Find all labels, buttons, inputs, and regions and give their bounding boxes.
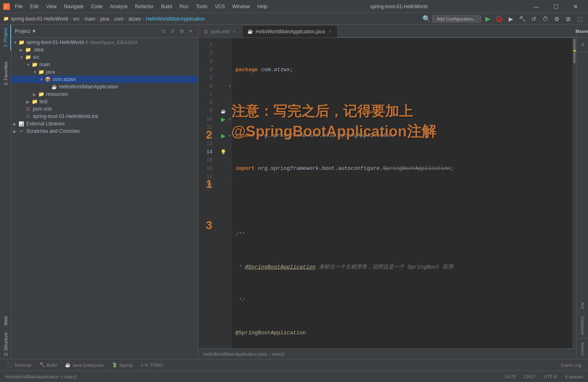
view-mode-button[interactable]: ⊞: [563, 14, 573, 24]
locate-file-button[interactable]: ⊙: [159, 27, 168, 35]
tree-arrow-scratches[interactable]: ▶: [13, 129, 18, 134]
tree-arrow-src[interactable]: ▼: [20, 55, 25, 60]
breadcrumb-class[interactable]: HelloWorldMainApplication: [146, 16, 205, 22]
tree-item-main-class[interactable]: ☕ HelloWorldMainApplication: [12, 83, 198, 90]
tree-arrow-ext-libs[interactable]: ▶: [13, 122, 18, 126]
main-tab-close[interactable]: ✕: [327, 29, 332, 34]
status-position[interactable]: 14:70: [503, 373, 518, 380]
sep4: ›: [111, 16, 113, 22]
tree-arrow-package[interactable]: ▼: [39, 77, 44, 82]
add-configuration-button[interactable]: Add Configuration...: [432, 15, 481, 23]
tree-arrow-main[interactable]: ▼: [26, 63, 31, 67]
bottom-tab-java-enterprise[interactable]: ☕ Java Enterprise: [62, 361, 107, 368]
breadcrumb-main[interactable]: main: [85, 16, 95, 22]
tree-item-root[interactable]: ▼ 📁 spring-boot-01-HelloWorld E:\WorkSpa…: [12, 39, 198, 46]
scrollbar-area[interactable]: [572, 38, 576, 348]
history-button[interactable]: ⏱: [540, 14, 550, 24]
tree-arrow-root[interactable]: ▼: [13, 40, 18, 45]
sidebar-item-web[interactable]: Web: [0, 313, 11, 329]
tree-item-package[interactable]: ▼ 📦 com.atzwx: [12, 76, 198, 83]
breadcrumb-src[interactable]: src: [73, 16, 80, 22]
tree-item-idea[interactable]: ▶ 📁 .idea: [12, 46, 198, 53]
tree-item-src[interactable]: ▼ 📁 src: [12, 53, 198, 61]
sidebar-item-project[interactable]: 1: Project: [0, 25, 11, 50]
database-tab[interactable]: Database: [577, 313, 588, 338]
sidebar-item-favorites[interactable]: 2: Favorites: [0, 58, 11, 88]
breadcrumb-atzwx[interactable]: atzwx: [129, 16, 141, 22]
refresh-button[interactable]: ↺: [529, 14, 539, 24]
code-line-3: import org.springframework.boot.SpringAp…: [235, 132, 576, 140]
gutter-12[interactable]: ▶: [219, 132, 227, 140]
maximize-button[interactable]: ☐: [547, 0, 565, 13]
status-charset[interactable]: UTF-8: [542, 373, 558, 380]
breadcrumb-com[interactable]: com: [114, 16, 124, 22]
expand-all-button[interactable]: ⇕: [168, 27, 177, 35]
close-panel-button[interactable]: ✕: [187, 27, 195, 35]
bottom-tab-build[interactable]: 🔨 Build: [36, 361, 60, 368]
tree-arrow-test[interactable]: ▶: [26, 100, 31, 104]
tree-arrow-resources[interactable]: ▶: [33, 92, 38, 97]
tree-item-java[interactable]: ▼ 📁 java: [12, 68, 198, 76]
tree-arrow-idea[interactable]: ▶: [20, 48, 25, 52]
tab-pom-xml[interactable]: 🗋 pom.xml ✕: [198, 25, 242, 37]
terminal-label: Terminal: [14, 363, 31, 368]
maven-refresh-btn[interactable]: ↺: [579, 39, 586, 50]
tree-item-main[interactable]: ▼ 📁 main: [12, 61, 198, 68]
close-button[interactable]: ✕: [567, 0, 585, 13]
tree-item-resources[interactable]: ▶ 📁 resources: [12, 90, 198, 98]
panel-settings-button[interactable]: ⚙: [178, 27, 186, 35]
tree-item-pom[interactable]: 🗋 pom.xml: [12, 105, 198, 113]
code-line-9: @SpringBootApplication: [235, 329, 576, 337]
maven-tab-bottom[interactable]: Maven: [577, 338, 588, 359]
tree-item-iml[interactable]: 🗋 spring-boot-01-HelloWorld.iml: [12, 113, 198, 120]
menu-run[interactable]: Run: [176, 3, 192, 10]
code-content[interactable]: package com.atzwx; import org.springfram…: [232, 38, 576, 348]
coverage-button[interactable]: ▶: [506, 14, 516, 24]
bottom-tab-todo[interactable]: ≡ 6: TODO: [137, 362, 166, 368]
ant-tab[interactable]: Ant: [577, 299, 588, 313]
menu-refactor[interactable]: Refactor: [132, 3, 157, 10]
menu-file[interactable]: File: [12, 3, 26, 10]
menu-view[interactable]: View: [43, 3, 60, 10]
settings-button[interactable]: ⚙: [552, 14, 562, 24]
layout-button[interactable]: ⬚: [575, 14, 585, 24]
menu-navigate[interactable]: Navigate: [61, 3, 87, 10]
tree-arrow-java[interactable]: ▼: [33, 70, 38, 74]
tree-item-scratches[interactable]: ▶ ✏ Scratches and Consoles: [12, 127, 198, 135]
minimize-button[interactable]: —: [527, 0, 545, 13]
menu-build[interactable]: Build: [158, 3, 175, 10]
fold-12[interactable]: ▼: [227, 132, 232, 140]
menu-analyze[interactable]: Analyze: [107, 3, 131, 10]
menu-bar: File Edit View Navigate Code Analyze Ref…: [12, 3, 271, 10]
gutter-13: [219, 140, 227, 148]
fold-6[interactable]: ▼: [227, 82, 232, 90]
search-everywhere-icon[interactable]: 🔍: [422, 15, 431, 23]
pom-tab-close[interactable]: ✕: [232, 29, 237, 34]
debug-button[interactable]: 🐞: [494, 14, 504, 24]
build-button[interactable]: 🔨: [517, 14, 527, 24]
status-line-ending[interactable]: CRLF: [522, 373, 537, 380]
tree-item-test[interactable]: ▶ 📁 test: [12, 98, 198, 105]
tree-item-external-libs[interactable]: ▶ 📊 External Libraries: [12, 120, 198, 127]
package-icon: 📦: [44, 76, 51, 82]
test-icon: 📁: [31, 99, 38, 104]
tab-main-class[interactable]: ☕ HelloWorldMainApplication.java ✕: [242, 25, 338, 37]
bottom-tab-spring[interactable]: 🍃 Spring: [108, 361, 136, 368]
line-num-11: 11: [198, 123, 216, 132]
run-button[interactable]: ▶: [483, 14, 493, 24]
bottom-tab-terminal[interactable]: ⬛ Terminal: [3, 361, 35, 368]
menu-help[interactable]: Help: [254, 3, 271, 10]
menu-code[interactable]: Code: [88, 3, 106, 10]
code-editor[interactable]: 1 2 3 4 5 6 7 8 9 10 11 12 13 14 15 16 1…: [198, 38, 576, 348]
bottom-tab-event-log[interactable]: Event Log: [558, 362, 585, 368]
sidebar-item-structure[interactable]: Z: Structure: [0, 329, 11, 359]
menu-tools[interactable]: Tools: [193, 3, 211, 10]
fold-10[interactable]: ▼: [227, 115, 232, 123]
gutter-10[interactable]: ▶: [219, 115, 227, 123]
menu-window[interactable]: Window: [229, 3, 253, 10]
breadcrumb-java[interactable]: java: [100, 16, 109, 22]
menu-edit[interactable]: Edit: [27, 3, 42, 10]
status-indent[interactable]: 4 spaces: [563, 373, 585, 380]
menu-vcs[interactable]: VCS: [212, 3, 228, 10]
breadcrumb-project[interactable]: 📁 spring-boot-01-HelloWorld: [3, 16, 68, 22]
